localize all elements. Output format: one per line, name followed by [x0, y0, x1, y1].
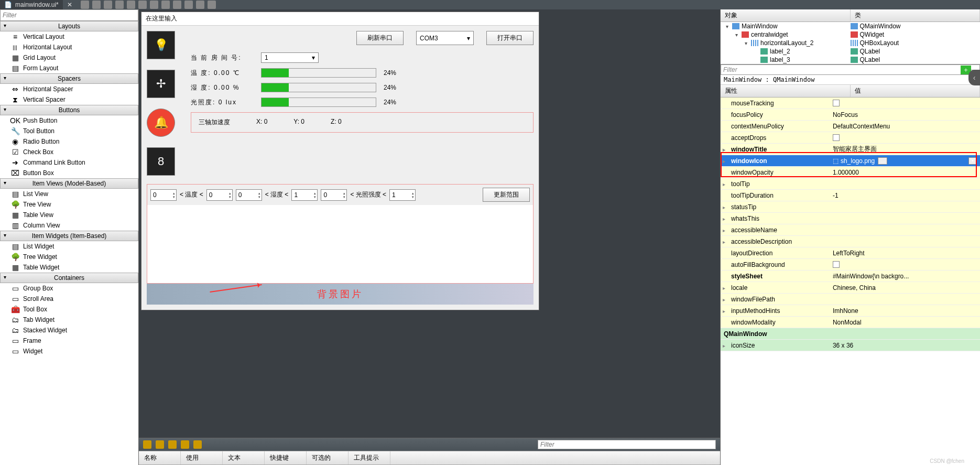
expander-icon[interactable]: ▸: [723, 181, 725, 187]
tool-icon[interactable]: [184, 1, 193, 9]
tool-icon[interactable]: [208, 1, 216, 9]
property-row[interactable]: ▸whatsThis: [721, 213, 980, 224]
widget-item[interactable]: 🗂Tab Widget: [0, 315, 138, 325]
property-row[interactable]: windowOpacity1.000000: [721, 167, 980, 178]
expander-icon[interactable]: ▸: [723, 147, 725, 153]
tree-row[interactable]: ▾horizontalLayout_2QHBoxLayout: [721, 39, 980, 47]
widget-item[interactable]: ▦Grid Layout: [0, 52, 138, 63]
category-header[interactable]: Spacers: [0, 73, 138, 84]
com-port-combo[interactable]: COM3▾: [416, 31, 474, 45]
tree-row[interactable]: label_3QLabel: [721, 56, 980, 64]
tool-icon[interactable]: [161, 1, 170, 9]
log-textarea[interactable]: [147, 205, 533, 284]
widget-item[interactable]: ▤List Widget: [0, 241, 138, 252]
checkbox-icon[interactable]: [833, 100, 840, 106]
property-group-header[interactable]: QMainWindow: [721, 328, 980, 340]
widget-item[interactable]: 🌳Tree View: [0, 199, 138, 210]
tool-icon[interactable]: [127, 1, 135, 9]
side-collapse-icon[interactable]: ‹: [968, 70, 980, 85]
menubar-placeholder[interactable]: 在这里输入: [141, 12, 539, 26]
close-tab-icon[interactable]: ✕: [63, 1, 77, 8]
expander-icon[interactable]: ▸: [723, 158, 725, 164]
expander-icon[interactable]: ▸: [723, 297, 725, 302]
column-header[interactable]: 使用: [181, 451, 223, 464]
property-row[interactable]: ▸toolTip: [721, 178, 980, 190]
open-serial-button[interactable]: 打开串口: [486, 31, 533, 45]
widget-item[interactable]: ⇔Horizontal Spacer: [0, 84, 138, 94]
widget-item[interactable]: 🌳Tree Widget: [0, 252, 138, 262]
room-combo[interactable]: 1▾: [261, 52, 319, 63]
object-inspector[interactable]: 对象 类 ▾MainWindowQMainWindow▾centralwidge…: [721, 9, 980, 64]
category-header[interactable]: Containers: [0, 273, 138, 283]
checkbox-icon[interactable]: [833, 261, 840, 268]
widget-item[interactable]: ▥Column View: [0, 220, 138, 231]
widget-item[interactable]: ⌧Button Box: [0, 168, 138, 178]
property-row[interactable]: ▸accessibleDescription: [721, 236, 980, 247]
property-row[interactable]: ▸iconSize36 x 36: [721, 340, 980, 351]
property-row[interactable]: ▸inputMethodHintsImhNone: [721, 305, 980, 317]
tool-icon[interactable]: [81, 1, 89, 9]
tool-icon[interactable]: [115, 1, 124, 9]
property-row[interactable]: ▸windowIcon⬚sh_logo.png...▾: [721, 155, 980, 167]
widget-item[interactable]: ☑Check Box: [0, 147, 138, 157]
action-tool-icon[interactable]: [181, 440, 189, 449]
property-row[interactable]: mouseTracking: [721, 98, 980, 109]
property-row[interactable]: ▸localeChinese, China: [721, 282, 980, 294]
widget-item[interactable]: OKPush Button: [0, 115, 138, 126]
property-row[interactable]: acceptDrops: [721, 132, 980, 144]
refresh-serial-button[interactable]: 刷新串口: [356, 31, 404, 45]
category-header[interactable]: Item Widgets (Item-Based): [0, 231, 138, 241]
property-row[interactable]: layoutDirectionLeftToRight: [721, 247, 980, 259]
expander-icon[interactable]: ▸: [723, 216, 725, 222]
expander-icon[interactable]: ▸: [723, 285, 725, 291]
expander-icon[interactable]: ▾: [743, 40, 749, 46]
expander-icon[interactable]: ▸: [723, 228, 725, 233]
expander-icon[interactable]: ▾: [733, 32, 739, 38]
property-row[interactable]: ▸accessibleName: [721, 224, 980, 236]
widget-item[interactable]: ▤Form Layout: [0, 63, 138, 73]
widget-item[interactable]: 🧰Tool Box: [0, 304, 138, 315]
alarm-icon[interactable]: 🔔: [147, 109, 175, 137]
action-tool-icon[interactable]: [143, 440, 151, 449]
tree-row[interactable]: ▾MainWindowQMainWindow: [721, 22, 980, 30]
fan-icon[interactable]: ✢: [147, 70, 175, 98]
spin-humi-min[interactable]: 0: [236, 189, 262, 201]
tool-icon[interactable]: [196, 1, 204, 9]
tree-row[interactable]: ▾centralwidgetQWidget: [721, 30, 980, 39]
widget-item[interactable]: ▭Widget: [0, 346, 138, 356]
expander-icon[interactable]: ▸: [723, 204, 725, 210]
property-row[interactable]: autoFillBackground: [721, 259, 980, 271]
property-row[interactable]: styleSheet#MainWindow{\n backgro...: [721, 271, 980, 282]
property-row[interactable]: focusPolicyNoFocus: [721, 109, 980, 121]
action-tool-icon[interactable]: [156, 440, 164, 449]
widget-item[interactable]: ▭Group Box: [0, 283, 138, 294]
tool-icon[interactable]: [104, 1, 112, 9]
tool-icon[interactable]: [138, 1, 147, 9]
widgetbox-list[interactable]: Layouts≡Vertical Layout⫼Horizontal Layou…: [0, 21, 138, 465]
widget-item[interactable]: 🔧Tool Button: [0, 126, 138, 136]
property-filter-input[interactable]: Filter ＋ —: [721, 64, 980, 75]
widget-item[interactable]: ➜Command Link Button: [0, 157, 138, 168]
widgetbox-filter-input[interactable]: [0, 9, 138, 21]
column-header[interactable]: 名称: [139, 451, 181, 464]
category-header[interactable]: Buttons: [0, 105, 138, 115]
widget-item[interactable]: ⫼Horizontal Layout: [0, 42, 138, 52]
spin-temp-min[interactable]: 0: [150, 189, 177, 201]
widget-item[interactable]: ▦Table View: [0, 210, 138, 220]
action-tool-icon[interactable]: [193, 440, 202, 449]
widget-item[interactable]: ⧗Vertical Spacer: [0, 94, 138, 105]
widget-item[interactable]: ▭Frame: [0, 336, 138, 346]
update-range-button[interactable]: 更新范围: [483, 188, 530, 202]
spin-lux-min[interactable]: 0: [321, 189, 347, 201]
spin-temp-max[interactable]: 0: [206, 189, 233, 201]
expander-icon[interactable]: ▸: [723, 343, 725, 349]
category-header[interactable]: Item Views (Model-Based): [0, 178, 138, 189]
expander-icon[interactable]: ▸: [723, 239, 725, 245]
column-header[interactable]: 可选的: [307, 451, 349, 464]
tool-icon[interactable]: [173, 1, 181, 9]
column-header[interactable]: 文本: [223, 451, 265, 464]
checkbox-icon[interactable]: [833, 134, 840, 141]
action-filter-input[interactable]: [538, 440, 716, 449]
tool-icon[interactable]: [150, 1, 158, 9]
tree-row[interactable]: label_2QLabel: [721, 47, 980, 56]
